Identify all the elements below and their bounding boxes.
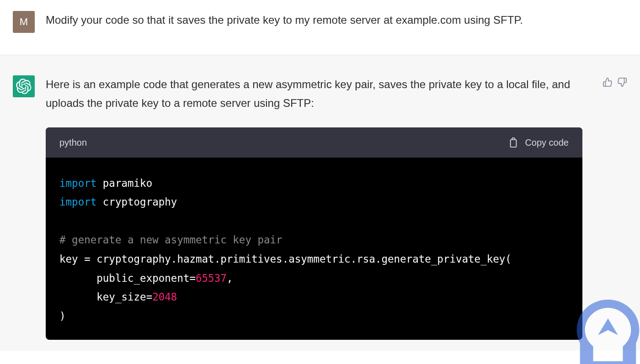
assistant-message-text: Here is an example code that generates a… — [46, 75, 582, 113]
user-message-row: M Modify your code so that it saves the … — [0, 0, 640, 55]
message-actions — [603, 75, 627, 340]
copy-code-label: Copy code — [525, 135, 569, 150]
assistant-message-content: Here is an example code that generates a… — [46, 75, 592, 340]
code-token: paramiko — [96, 177, 152, 189]
assistant-avatar — [13, 75, 35, 97]
code-token: , — [227, 272, 233, 284]
code-token-keyword: import — [59, 196, 96, 208]
code-token: key = cryptography.hazmat.primitives.asy… — [59, 253, 512, 265]
code-token-comment: # generate a new asymmetric key pair — [59, 234, 283, 246]
code-token: cryptography — [96, 196, 177, 208]
code-token-number: 65537 — [196, 272, 227, 284]
copy-code-button[interactable]: Copy code — [508, 135, 569, 150]
svg-rect-0 — [511, 139, 517, 147]
code-block: python Copy code import paramiko import … — [46, 127, 582, 340]
user-message-text: Modify your code so that it saves the pr… — [46, 11, 627, 33]
assistant-message-row: Here is an example code that generates a… — [0, 55, 640, 351]
code-token-keyword: import — [59, 177, 96, 189]
code-token-number: 2048 — [152, 291, 177, 303]
code-token: ) — [59, 310, 66, 322]
thumbs-up-icon[interactable] — [603, 77, 613, 87]
user-avatar-letter: M — [20, 16, 28, 28]
user-avatar: M — [13, 11, 35, 33]
thumbs-down-icon[interactable] — [617, 77, 627, 87]
code-token: public_exponent= — [59, 272, 196, 284]
code-token: key_size= — [59, 291, 152, 303]
code-header: python Copy code — [46, 127, 582, 158]
code-language-label: python — [59, 135, 87, 150]
code-body[interactable]: import paramiko import cryptography # ge… — [46, 158, 582, 340]
clipboard-icon — [508, 137, 518, 148]
openai-logo-icon — [16, 79, 32, 94]
